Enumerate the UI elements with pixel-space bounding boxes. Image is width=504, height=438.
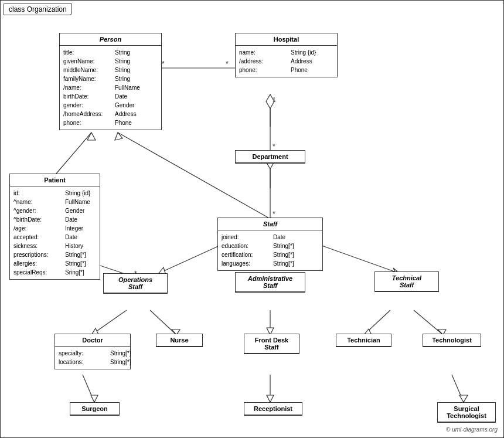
class-person: Person title:String givenName:String mid… <box>59 33 162 130</box>
class-patient: Patient id:String {id} ^name:FullName ^g… <box>9 174 100 280</box>
class-surgeon: Surgeon <box>70 402 120 416</box>
svg-text:*: * <box>162 60 165 68</box>
class-surgeon-name: Surgeon <box>70 403 119 415</box>
svg-marker-41 <box>459 395 468 402</box>
class-department-name: Department <box>236 151 305 163</box>
svg-line-36 <box>83 375 94 402</box>
svg-text:*: * <box>226 60 229 68</box>
class-nurse: Nurse <box>156 334 203 347</box>
class-operations-staff: OperationsStaff <box>103 273 168 294</box>
svg-marker-37 <box>91 395 98 402</box>
svg-line-13 <box>56 133 91 174</box>
class-front-desk-staff-name: Front DeskStaff <box>244 334 299 354</box>
class-patient-name: Patient <box>10 174 100 186</box>
class-technical-staff: TechnicalStaff <box>374 271 439 292</box>
class-staff-attrs: joined:Date education:String[*] certific… <box>218 230 322 270</box>
class-technician: Technician <box>336 334 391 347</box>
class-staff: Staff joined:Date education:String[*] ce… <box>217 218 323 271</box>
class-patient-attrs: id:String {id} ^name:FullName ^gender:Ge… <box>10 186 100 279</box>
class-technologist: Technologist <box>423 334 481 347</box>
class-nurse-name: Nurse <box>156 334 202 347</box>
class-doctor-name: Doctor <box>55 334 130 347</box>
svg-line-40 <box>452 375 464 402</box>
svg-text:1: 1 <box>273 97 276 103</box>
copyright: © uml-diagrams.org <box>446 426 498 433</box>
class-person-attrs: title:String givenName:String middleName… <box>60 46 161 130</box>
class-technical-staff-name: TechnicalStaff <box>375 272 438 291</box>
diagram-container: class Organization * * 1 * 1 * <box>0 0 504 438</box>
svg-text:*: * <box>273 142 275 151</box>
class-doctor-attrs: specialty:String[*] locations:String[*] <box>55 347 130 369</box>
svg-line-20 <box>159 244 223 273</box>
svg-marker-39 <box>267 395 274 402</box>
svg-marker-14 <box>87 133 96 140</box>
class-staff-name: Staff <box>218 218 322 230</box>
svg-line-24 <box>317 244 399 273</box>
diagram-title: class Organization <box>4 4 72 15</box>
svg-marker-4 <box>266 94 274 108</box>
svg-line-32 <box>364 310 390 335</box>
class-administrative-staff-name: AdministrativeStaff <box>236 273 305 292</box>
class-doctor: Doctor specialty:String[*] locations:Str… <box>55 334 131 369</box>
class-hospital-attrs: name:String {id} /address:Address phone:… <box>236 46 337 77</box>
class-hospital-name: Hospital <box>236 33 337 46</box>
svg-line-34 <box>414 310 443 335</box>
class-surgical-technologist-name: SurgicalTechnologist <box>438 403 495 422</box>
svg-line-15 <box>118 133 270 219</box>
class-person-name: Person <box>60 33 161 46</box>
svg-line-28 <box>150 310 176 335</box>
class-surgical-technologist: SurgicalTechnologist <box>437 402 496 423</box>
class-technician-name: Technician <box>336 334 391 347</box>
svg-line-26 <box>91 310 127 335</box>
class-administrative-staff: AdministrativeStaff <box>235 272 305 293</box>
class-front-desk-staff: Front DeskStaff <box>244 334 299 354</box>
svg-marker-16 <box>115 133 122 140</box>
class-operations-staff-name: OperationsStaff <box>104 274 167 293</box>
class-hospital: Hospital name:String {id} /address:Addre… <box>235 33 338 77</box>
class-receptionist-name: Receptionist <box>244 403 302 415</box>
class-department: Department <box>235 150 305 164</box>
class-technologist-name: Technologist <box>423 334 481 347</box>
svg-text:*: * <box>273 210 275 218</box>
class-receptionist: Receptionist <box>244 402 302 416</box>
